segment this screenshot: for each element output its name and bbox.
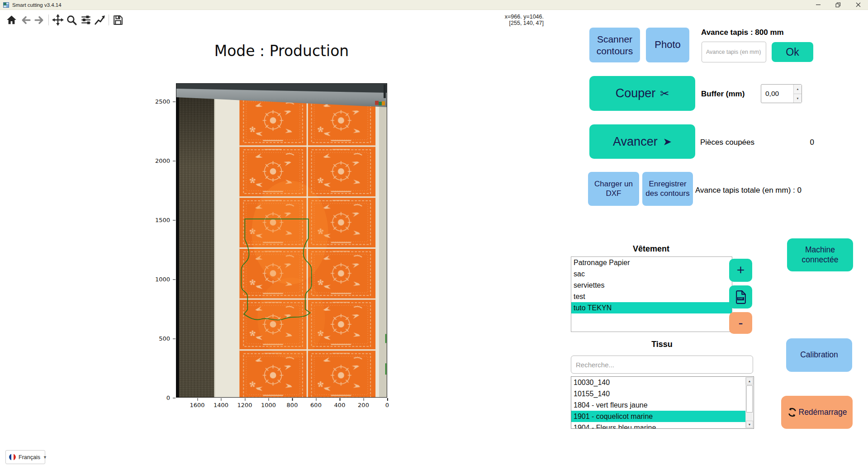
forward-icon[interactable] <box>33 13 47 27</box>
buffer-value: 0,00 <box>761 85 793 103</box>
cursor-xy: x=966. y=1046. <box>470 14 544 20</box>
list-item[interactable]: 1804 - vert fleurs jaune <box>571 399 746 411</box>
scrollbar-thumb[interactable] <box>746 385 753 413</box>
language-selector[interactable]: Français ▼ <box>5 450 45 464</box>
buffer-spinbox[interactable]: 0,00 ▲ ▼ <box>761 84 802 103</box>
list-item[interactable]: test <box>571 291 732 302</box>
scissors-icon: ✂ <box>660 87 669 100</box>
plot-toolbar <box>5 13 125 27</box>
close-button[interactable] <box>848 0 868 9</box>
app-icon <box>3 2 9 8</box>
tissu-search-input[interactable] <box>571 356 753 374</box>
back-icon[interactable] <box>19 13 33 27</box>
restart-icon <box>787 407 797 418</box>
window-title: Smart cutting v3.4.14 <box>12 2 62 8</box>
minimize-button[interactable] <box>808 0 828 9</box>
y-axis-ticks: 25002000150010005000 <box>144 101 170 398</box>
avance-tapis-label: Avance tapis : 800 mm <box>701 28 784 37</box>
toolbar-separator <box>109 14 109 25</box>
tissu-title: Tissu <box>571 340 753 349</box>
list-item[interactable]: 10030_140 <box>571 377 746 388</box>
spin-up-icon[interactable]: ▲ <box>794 85 802 94</box>
app-window: Smart cutting v3.4.14 <box>0 0 868 465</box>
photo-button[interactable]: Photo <box>646 28 689 62</box>
arrow-right-icon: ➤ <box>663 135 672 148</box>
export-dxf-button[interactable]: DXF <box>729 285 752 308</box>
vetement-title: Vêtement <box>571 244 731 254</box>
ok-button[interactable]: Ok <box>772 42 813 62</box>
calibration-button[interactable]: Calibration <box>786 338 852 372</box>
tissu-list[interactable]: 10030_140 10155_140 1804 - vert fleurs j… <box>571 376 754 429</box>
redemarrage-button[interactable]: Redémarrage <box>781 396 853 429</box>
list-item[interactable]: 10155_140 <box>571 388 746 399</box>
pieces-coupees-label: Pièces coupées <box>700 138 754 147</box>
list-item[interactable]: tuto TEKYN <box>571 302 732 313</box>
pieces-coupees-value: 0 <box>795 138 814 147</box>
cursor-rgb: [255, 140, 47] <box>470 20 544 26</box>
subplots-icon[interactable] <box>79 13 93 27</box>
french-flag-icon <box>9 454 16 460</box>
avancer-button[interactable]: Avancer ➤ <box>589 124 695 159</box>
language-label: Français <box>19 454 40 460</box>
titlebar: Smart cutting v3.4.14 <box>0 0 868 10</box>
zoom-icon[interactable] <box>65 13 79 27</box>
remove-garment-button[interactable]: - <box>729 312 752 334</box>
couper-label: Couper <box>616 86 656 101</box>
avancer-label: Avancer <box>613 134 658 149</box>
scroll-up-icon[interactable]: ▲ <box>746 377 753 384</box>
list-item[interactable]: 1901 - coquelicot marine <box>571 411 746 422</box>
scroll-down-icon[interactable]: ▼ <box>746 421 753 428</box>
cursor-readout: x=966. y=1046. [255, 140, 47] <box>470 14 544 26</box>
home-icon[interactable] <box>5 13 19 27</box>
charger-dxf-button[interactable]: Charger un DXF <box>588 172 639 206</box>
plot-canvas[interactable] <box>176 83 387 398</box>
save-icon[interactable] <box>111 13 125 27</box>
vetement-list[interactable]: Patronage Papier sac serviettes test tut… <box>571 256 732 332</box>
list-item[interactable]: Patronage Papier <box>571 257 732 268</box>
svg-text:DXF: DXF <box>738 297 743 300</box>
machine-status-button[interactable]: Machine connectée <box>787 238 853 271</box>
plot-mode-title: Mode : Production <box>176 42 387 60</box>
redemarrage-label: Redémarrage <box>799 408 847 417</box>
dxf-file-icon: DXF <box>735 290 747 304</box>
avance-tapis-input[interactable] <box>702 42 766 62</box>
x-axis-ticks: 16001400120010008006004002000 <box>197 400 387 408</box>
toolbar-separator <box>48 14 49 25</box>
axes-edit-icon[interactable] <box>93 13 107 27</box>
enregistrer-contours-button[interactable]: Enregistrer des contours <box>642 172 693 206</box>
couper-button[interactable]: Couper ✂ <box>589 76 695 111</box>
list-item[interactable]: 1904 - Fleurs bleu marine <box>571 422 746 429</box>
chevron-down-icon: ▼ <box>43 455 47 460</box>
spin-down-icon[interactable]: ▼ <box>794 94 802 103</box>
list-item[interactable]: serviettes <box>571 280 732 291</box>
buffer-label: Buffer (mm) <box>701 90 745 99</box>
tissu-scrollbar[interactable]: ▲ ▼ <box>745 377 753 428</box>
camera-image <box>176 84 387 397</box>
add-garment-button[interactable]: + <box>729 259 752 282</box>
list-item[interactable]: sac <box>571 268 732 280</box>
scanner-contours-button[interactable]: Scanner contours <box>589 28 640 62</box>
pan-icon[interactable] <box>51 13 65 27</box>
avance-totale-label: Avance tapis totale (en mm) : 0 <box>695 186 802 195</box>
restore-button[interactable] <box>828 0 848 9</box>
